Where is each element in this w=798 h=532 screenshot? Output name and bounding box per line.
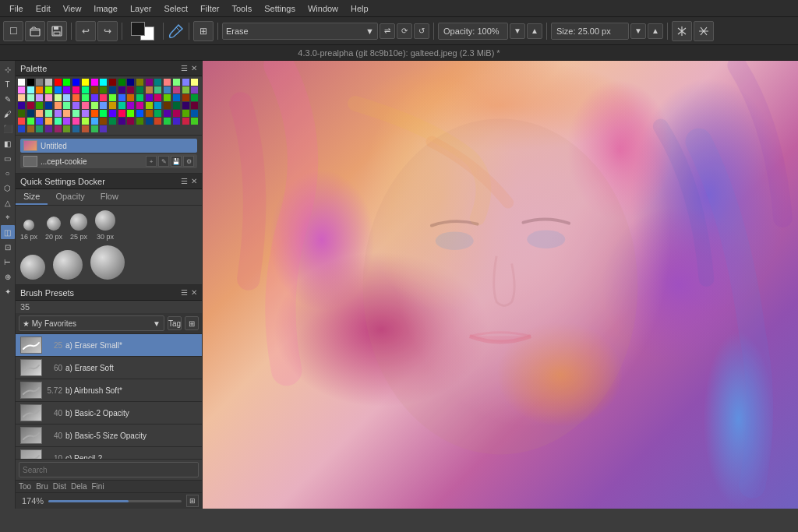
bp-item[interactable]: 60 a) Eraser Soft [16, 357, 202, 379]
color-swatch[interactable] [118, 79, 125, 86]
zoom-slider[interactable] [48, 500, 182, 502]
tool-clone[interactable]: ⊡ [1, 240, 15, 254]
menu-image[interactable]: Image [87, 2, 124, 15]
color-swatch[interactable] [118, 102, 125, 109]
color-swatch[interactable] [91, 102, 98, 109]
color-swatch[interactable] [127, 94, 134, 101]
color-swatch[interactable] [109, 110, 116, 117]
menu-filter[interactable]: Filter [194, 2, 225, 15]
tool-color-picker[interactable]: ✦ [1, 284, 15, 298]
layer-add-button[interactable]: + [146, 156, 157, 167]
color-swatch[interactable] [191, 118, 198, 125]
qs-circle-25[interactable] [70, 213, 87, 231]
color-swatch[interactable] [36, 86, 43, 93]
color-swatch[interactable] [154, 79, 161, 86]
color-swatch[interactable] [45, 79, 52, 86]
color-swatch[interactable] [72, 125, 79, 132]
color-swatch[interactable] [127, 79, 134, 86]
color-swatch[interactable] [55, 86, 62, 93]
menu-view[interactable]: View [57, 2, 88, 15]
color-swatch[interactable] [18, 110, 25, 117]
color-swatch[interactable] [45, 86, 52, 93]
qs-circle-160[interactable] [90, 245, 125, 280]
color-swatch[interactable] [191, 102, 198, 109]
color-swatch[interactable] [173, 79, 180, 86]
opacity-down-button[interactable]: ▼ [510, 23, 525, 39]
color-swatch[interactable] [82, 125, 89, 132]
color-swatch[interactable] [55, 102, 62, 109]
bp-item[interactable]: 40 b) Basic-5 Size Opacity [16, 425, 202, 447]
color-swatch[interactable] [127, 86, 134, 93]
qs-circle-20[interactable] [47, 217, 61, 231]
bp-item[interactable]: 10 c) Pencil-2 [16, 447, 202, 459]
bp-tag-button[interactable]: Tag [168, 316, 182, 330]
color-swatch[interactable] [191, 94, 198, 101]
color-swatch[interactable] [45, 94, 52, 101]
color-swatch[interactable] [72, 102, 79, 109]
mirror-v-button[interactable] [694, 21, 714, 41]
brush-refresh-button[interactable]: ↺ [414, 23, 429, 39]
layer-item-untitled[interactable]: Untitled [20, 139, 197, 153]
menu-edit[interactable]: Edit [30, 2, 57, 15]
color-swatch[interactable] [45, 110, 52, 117]
menu-layer[interactable]: Layer [124, 2, 158, 15]
color-swatch[interactable] [182, 86, 189, 93]
tool-crop[interactable]: ⊢ [1, 255, 15, 269]
tool-magnetic[interactable]: ⌖ [1, 210, 15, 224]
redo-button[interactable]: ↪ [97, 21, 118, 41]
color-swatch[interactable] [91, 110, 98, 117]
color-swatch[interactable] [173, 102, 180, 109]
color-swatch[interactable] [127, 102, 134, 109]
color-swatch[interactable] [82, 110, 89, 117]
color-swatch[interactable] [164, 86, 171, 93]
color-swatch[interactable] [109, 102, 116, 109]
color-swatch[interactable] [146, 118, 153, 125]
color-swatch[interactable] [27, 118, 34, 125]
color-swatch[interactable] [55, 110, 62, 117]
zoom-fit-button[interactable]: ⊞ [186, 495, 199, 507]
color-swatch[interactable] [100, 79, 107, 86]
palette-menu-icon[interactable]: ☰ [181, 64, 188, 72]
color-swatch[interactable] [45, 118, 52, 125]
color-swatch[interactable] [136, 110, 143, 117]
color-swatch[interactable] [27, 125, 34, 132]
tool-fill[interactable]: ⬛ [1, 122, 15, 136]
color-swatch[interactable] [164, 102, 171, 109]
qs-tab-size[interactable]: Size [16, 189, 48, 205]
mirror-h-button[interactable] [672, 21, 692, 41]
color-swatch[interactable] [146, 86, 153, 93]
color-swatch[interactable] [72, 94, 79, 101]
color-swatch[interactable] [72, 118, 79, 125]
color-swatch[interactable] [127, 118, 134, 125]
color-swatch[interactable] [154, 110, 161, 117]
color-swatch[interactable] [55, 94, 62, 101]
color-swatch[interactable] [36, 94, 43, 101]
color-swatch[interactable] [100, 125, 107, 132]
color-swatch[interactable] [100, 102, 107, 109]
color-swatch[interactable] [182, 110, 189, 117]
color-swatch[interactable] [173, 94, 180, 101]
color-swatch[interactable] [36, 79, 43, 86]
color-swatch[interactable] [36, 110, 43, 117]
color-swatch[interactable] [82, 79, 89, 86]
color-swatch[interactable] [182, 94, 189, 101]
color-swatch[interactable] [72, 79, 79, 86]
tool-paint[interactable]: 🖌 [1, 107, 15, 121]
color-swatch[interactable] [164, 94, 171, 101]
color-swatch[interactable] [63, 94, 70, 101]
color-swatch[interactable] [127, 110, 134, 117]
qs-tab-opacity[interactable]: Opacity [48, 189, 92, 205]
color-swatch[interactable] [109, 79, 116, 86]
tool-select-ellipse[interactable]: ○ [1, 166, 15, 180]
color-swatch[interactable] [136, 86, 143, 93]
color-swatch[interactable] [18, 86, 25, 93]
brush-sync-button[interactable]: ⟳ [397, 23, 412, 39]
undo-button[interactable]: ↩ [76, 21, 96, 41]
color-swatch[interactable] [18, 118, 25, 125]
foreground-color[interactable] [131, 22, 145, 36]
color-swatch[interactable] [164, 110, 171, 117]
color-swatch[interactable] [109, 86, 116, 93]
bp-item[interactable]: 5.72 b) Airbrush Soft* [16, 379, 202, 402]
color-swatch[interactable] [63, 102, 70, 109]
color-swatch[interactable] [36, 102, 43, 109]
